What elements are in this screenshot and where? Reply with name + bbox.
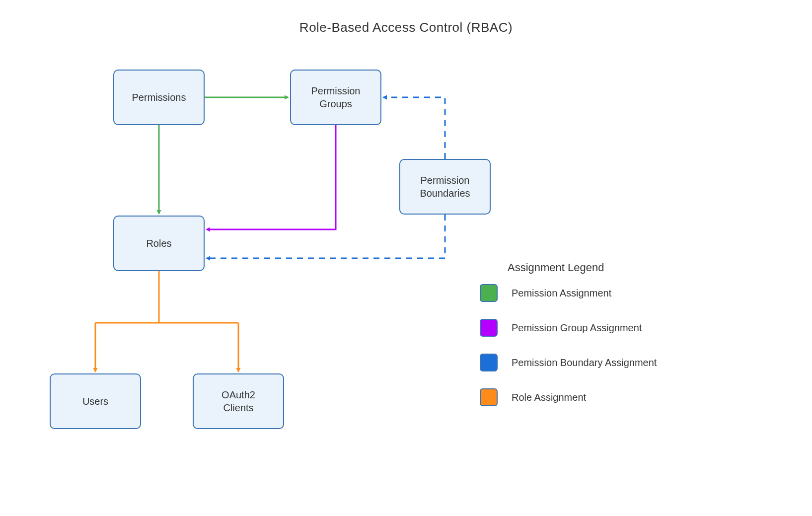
node-label: Users (82, 395, 108, 408)
node-permissions: Permissions (113, 70, 205, 125)
node-label: PermissionBoundaries (420, 174, 470, 200)
legend-swatch-purple (480, 319, 498, 337)
legend-item: Pemission Group Assignment (480, 319, 657, 337)
legend-item: Role Assignment (480, 388, 657, 406)
legend-swatch-orange (480, 388, 498, 406)
node-label: Roles (146, 237, 171, 250)
legend-title: Assignment Legend (508, 261, 657, 274)
node-label: OAuth2Clients (221, 388, 255, 414)
node-roles: Roles (113, 216, 205, 271)
node-label: Permissions (132, 91, 186, 104)
legend-label: Pemission Assignment (512, 288, 611, 299)
edge-boundaries-to-roles (207, 215, 445, 258)
legend-swatch-blue (480, 354, 498, 371)
diagram-canvas: Role-Based Access Control (RBAC) Permiss… (0, 0, 812, 516)
edge-boundaries-to-groups (383, 97, 445, 159)
edge-groups-to-roles (207, 125, 336, 229)
node-permission-boundaries: PermissionBoundaries (399, 159, 491, 215)
legend-label: Pemission Group Assignment (512, 322, 642, 334)
node-label: PermissionGroups (311, 84, 361, 110)
edge-roles-fork (95, 271, 238, 371)
node-users: Users (50, 373, 141, 429)
node-permission-groups: PermissionGroups (290, 70, 381, 125)
node-oauth2-clients: OAuth2Clients (193, 373, 284, 429)
legend: Assignment Legend Pemission Assignment P… (480, 261, 657, 423)
diagram-title: Role-Based Access Control (RBAC) (0, 20, 812, 35)
legend-swatch-green (480, 284, 498, 302)
legend-item: Pemission Assignment (480, 284, 657, 302)
legend-item: Pemission Boundary Assignment (480, 354, 657, 371)
legend-label: Role Assignment (512, 392, 586, 403)
legend-label: Pemission Boundary Assignment (512, 357, 657, 369)
